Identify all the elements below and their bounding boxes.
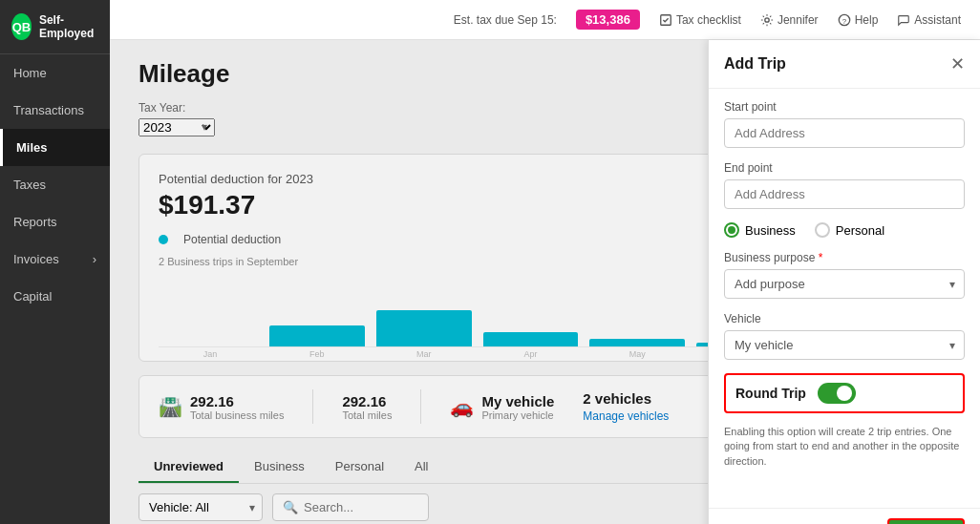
vehicle-select[interactable]: My vehicle (724, 330, 965, 360)
tax-year-select-wrapper: 2023 2022 2021 ▾ (138, 118, 215, 136)
main-content: Est. tax due Sep 15: $13,386 Tax checkli… (110, 0, 980, 524)
total-business-miles-stat: 292.16 Total business miles (190, 393, 284, 421)
help-link[interactable]: ? Help (838, 13, 879, 27)
chart-label-may: May (589, 349, 685, 359)
business-purpose-field: Business purpose * Add purpose ▾ (724, 251, 965, 299)
total-business-miles-value: 292.16 (190, 393, 284, 409)
svg-text:?: ? (842, 16, 846, 25)
tab-all[interactable]: All (399, 451, 443, 483)
manage-vehicles-link[interactable]: Manage vehicles (583, 409, 669, 423)
add-trip-panel: Add Trip ✕ Start point End point (708, 40, 980, 524)
radio-personal-label: Personal (836, 223, 884, 238)
stat-divider-2 (420, 389, 421, 424)
trip-type-radio-group: Business Personal (724, 222, 965, 238)
primary-vehicle-label: Primary vehicle (481, 409, 554, 421)
search-input[interactable] (304, 500, 418, 514)
panel-header: Add Trip ✕ (709, 40, 980, 89)
required-star: * (819, 251, 823, 264)
assistant-icon (897, 13, 910, 27)
round-trip-label: Round Trip (735, 386, 806, 401)
page-area: Mileage Tax Year: 2023 2022 2021 ▾ Add t… (110, 40, 980, 524)
chart-bar-apr (483, 332, 579, 346)
end-point-label: End point (724, 161, 965, 175)
vehicle-filter-wrapper: Vehicle: All My vehicle ▾ (138, 493, 263, 521)
total-miles-stat: 292.16 Total miles (342, 393, 392, 421)
chart-label-feb: Feb (269, 349, 365, 359)
radio-circle-personal (815, 222, 830, 238)
radio-circle-business (724, 222, 739, 238)
chart-label-jan: Jan (162, 349, 258, 359)
topbar: Est. tax due Sep 15: $13,386 Tax checkli… (110, 0, 980, 40)
vehicle-field: Vehicle My vehicle ▾ (724, 312, 965, 360)
tax-year-group: Tax Year: 2023 2022 2021 ▾ (138, 101, 215, 136)
end-point-input[interactable] (724, 179, 965, 209)
panel-close-button[interactable]: ✕ (950, 53, 965, 74)
chart-bar-feb (269, 325, 365, 346)
tab-personal[interactable]: Personal (320, 451, 399, 483)
panel-body: Start point End point Business (709, 89, 980, 508)
sidebar-item-taxes[interactable]: Taxes (0, 166, 110, 203)
round-trip-toggle[interactable] (818, 383, 856, 404)
total-business-miles-label: Total business miles (190, 409, 284, 421)
assistant-link[interactable]: Assistant (897, 13, 961, 27)
tab-unreviewed[interactable]: Unreviewed (138, 451, 239, 483)
panel-footer: 📍 Save (709, 508, 980, 524)
sidebar-logo-text: Self-Employed (39, 13, 98, 40)
vehicle-filter-select[interactable]: Vehicle: All My vehicle (138, 493, 263, 521)
chart-label-mar: Mar (376, 349, 472, 359)
round-trip-description: Enabling this option will create 2 trip … (724, 425, 965, 469)
toggle-slider (818, 383, 856, 404)
radio-business-label: Business (745, 223, 796, 238)
start-point-label: Start point (724, 100, 965, 114)
chart-label-apr: Apr (483, 349, 579, 359)
tax-amount: $13,386 (576, 10, 640, 30)
primary-vehicle-stat: My vehicle Primary vehicle (481, 393, 554, 421)
checklist-icon (659, 13, 672, 27)
user-menu[interactable]: Jennifer (760, 13, 819, 27)
road-icon: 🛣️ (159, 395, 182, 418)
settings-icon (760, 13, 774, 27)
chart-bar-may (589, 339, 685, 346)
sidebar: QB Self-Employed Home Transactions Miles… (0, 0, 110, 524)
help-icon: ? (838, 13, 851, 27)
trip-type-field: Business Personal (724, 222, 965, 238)
round-trip-row: Round Trip (724, 373, 965, 413)
tax-checklist-link[interactable]: Tax checklist (659, 13, 741, 27)
panel-title: Add Trip (724, 55, 786, 73)
stat-divider-1 (312, 389, 313, 424)
sidebar-item-transactions[interactable]: Transactions (0, 92, 110, 129)
business-purpose-select-wrapper: Add purpose ▾ (724, 269, 965, 299)
business-purpose-select[interactable]: Add purpose (724, 269, 965, 299)
search-box: 🔍 (272, 493, 429, 521)
tax-year-select[interactable]: 2023 2022 2021 (138, 118, 215, 136)
search-icon: 🔍 (283, 500, 298, 514)
car-icon: 🚗 (450, 395, 474, 418)
sidebar-item-capital[interactable]: Capital (0, 278, 110, 315)
vehicles-count: 2 vehicles (583, 390, 669, 407)
radio-personal[interactable]: Personal (815, 222, 884, 238)
logo-icon: QB (11, 13, 32, 40)
start-point-field: Start point (724, 100, 965, 148)
tax-year-label: Tax Year: (138, 101, 215, 115)
deduction-dot (159, 235, 168, 244)
vehicle-group: 🚗 My vehicle Primary vehicle (450, 393, 554, 421)
sidebar-logo: QB Self-Employed (0, 0, 110, 54)
chevron-right-icon: › (93, 252, 96, 266)
svg-point-1 (765, 17, 769, 21)
deduction-info-text: Potential deduction (183, 233, 281, 246)
save-button[interactable]: Save (887, 518, 965, 524)
primary-vehicle-value: My vehicle (481, 393, 554, 409)
total-business-miles-group: 🛣️ 292.16 Total business miles (159, 393, 284, 421)
start-point-input[interactable] (724, 118, 965, 148)
chart-bar-mar (376, 310, 472, 346)
total-miles-label: Total miles (342, 409, 392, 421)
tab-business[interactable]: Business (239, 451, 320, 483)
sidebar-item-home[interactable]: Home (0, 54, 110, 92)
radio-business[interactable]: Business (724, 222, 796, 238)
vehicle-label: Vehicle (724, 312, 965, 325)
sidebar-item-reports[interactable]: Reports (0, 203, 110, 241)
sidebar-item-invoices[interactable]: Invoices › (0, 241, 110, 278)
sidebar-item-miles[interactable]: Miles (0, 129, 110, 166)
business-purpose-label: Business purpose * (724, 251, 965, 264)
end-point-field: End point (724, 161, 965, 209)
